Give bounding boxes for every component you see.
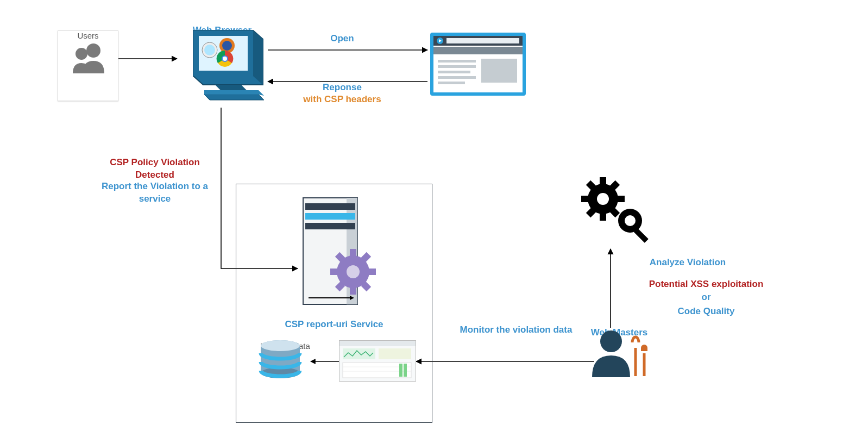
svg-rect-61 xyxy=(600,177,606,185)
service-label: CSP report-uri Service xyxy=(272,319,397,331)
response-label-1: Reponse xyxy=(304,82,380,94)
svg-rect-21 xyxy=(433,47,523,54)
svg-rect-48 xyxy=(339,341,416,346)
svg-rect-38 xyxy=(368,269,376,275)
svg-point-6 xyxy=(86,43,100,58)
monitor-label: Monitor the violation data xyxy=(445,324,587,336)
svg-rect-37 xyxy=(330,269,338,275)
response-label-2: with CSP headers xyxy=(288,93,397,106)
svg-point-60 xyxy=(597,193,609,205)
svg-rect-55 xyxy=(404,364,407,377)
xss-label-1: Potential XSS exploitation xyxy=(630,278,782,291)
svg-point-70 xyxy=(625,215,636,226)
webpages-node: Web pages with CSP xyxy=(429,32,530,113)
svg-rect-71 xyxy=(634,228,649,243)
svg-point-7 xyxy=(76,48,87,60)
svg-rect-26 xyxy=(438,82,465,84)
svg-point-46 xyxy=(261,340,300,351)
xss-label-2: or xyxy=(674,291,739,304)
svg-rect-62 xyxy=(600,213,606,221)
svg-point-10 xyxy=(204,45,215,55)
svg-rect-32 xyxy=(305,223,355,229)
users-node: Users xyxy=(58,30,118,101)
database-icon xyxy=(255,339,305,382)
svg-rect-27 xyxy=(481,59,517,83)
svg-point-56 xyxy=(600,330,622,352)
db-node: DB store data xyxy=(255,339,315,351)
dashboard-icon xyxy=(339,340,416,382)
webmasters-node: Web Masters xyxy=(581,326,657,338)
svg-point-34 xyxy=(347,265,360,278)
svg-point-15 xyxy=(223,57,227,61)
svg-rect-63 xyxy=(581,196,589,202)
svg-rect-20 xyxy=(446,38,519,43)
svg-rect-54 xyxy=(399,364,402,377)
analyze-label: Analyze Violation xyxy=(633,257,742,269)
svg-rect-64 xyxy=(617,196,625,202)
xss-label-3: Code Quality xyxy=(663,305,750,318)
gears-magnify-icon xyxy=(576,174,657,250)
webmaster-icon xyxy=(581,326,652,378)
server-gear-icon xyxy=(298,196,385,310)
svg-rect-36 xyxy=(350,287,356,295)
svg-rect-25 xyxy=(438,76,476,79)
svg-rect-31 xyxy=(305,213,355,220)
violation-label-1: CSP Policy Violation Detected xyxy=(92,157,217,182)
diagram-canvas: Users Web Browser xyxy=(0,0,868,437)
violation-label-2: Report the Violation to a service xyxy=(87,180,223,205)
webpage-icon xyxy=(429,32,527,97)
svg-point-12 xyxy=(222,41,232,51)
svg-rect-30 xyxy=(305,203,355,210)
svg-rect-23 xyxy=(438,65,476,68)
ui-node: UI to display and Query xyxy=(339,340,420,361)
svg-rect-24 xyxy=(438,71,470,73)
svg-rect-50 xyxy=(379,348,411,359)
open-label: Open xyxy=(320,33,364,45)
computer-browser-icon xyxy=(177,25,267,107)
users-icon xyxy=(58,31,118,83)
browser-node: Web Browser xyxy=(177,25,267,117)
svg-rect-35 xyxy=(350,249,356,257)
svg-rect-22 xyxy=(438,60,476,63)
service-server xyxy=(298,196,385,310)
